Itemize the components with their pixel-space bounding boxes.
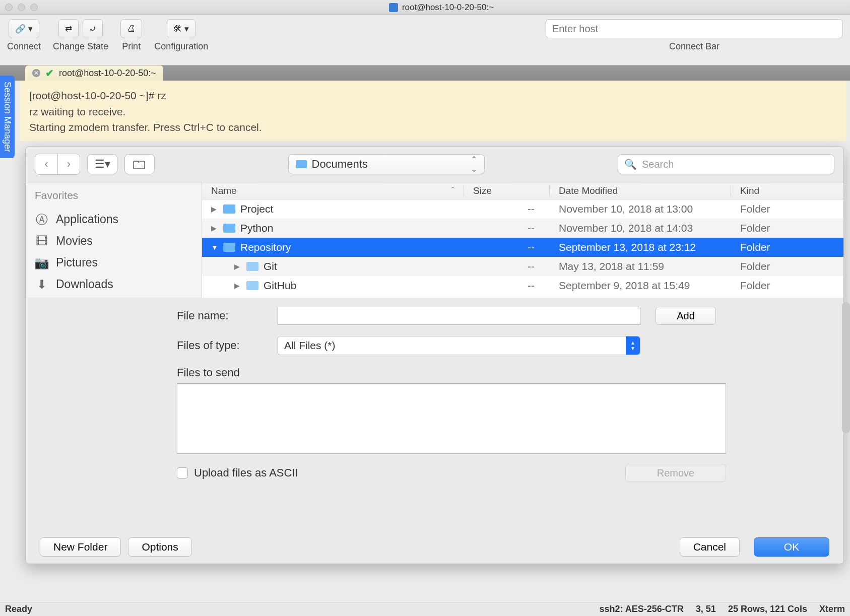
connected-check-icon: ✔ bbox=[45, 67, 54, 79]
terminal-line: Starting zmodem transfer. Press Ctrl+C t… bbox=[29, 119, 837, 135]
file-size: -- bbox=[464, 203, 550, 215]
nav-back-forward: ‹ › bbox=[35, 154, 80, 175]
folder-icon bbox=[246, 281, 258, 290]
search-icon: 🔍 bbox=[624, 158, 637, 170]
tools-icon: 🛠 ▾ bbox=[173, 24, 189, 34]
column-size[interactable]: Size bbox=[464, 185, 550, 196]
connect-button[interactable]: 🔗 ▾ bbox=[9, 19, 39, 38]
file-upload-dialog: ‹ › ☰▾ Documents ⌃⌄ 🔍 Search Favorites Ⓐ… bbox=[25, 146, 844, 564]
file-name: Project bbox=[240, 203, 273, 215]
table-row[interactable]: ▶Python--November 10, 2018 at 14:03Folde… bbox=[202, 219, 843, 238]
folder-icon bbox=[223, 243, 235, 252]
print-button[interactable]: 🖨 bbox=[120, 19, 142, 38]
traffic-close[interactable] bbox=[5, 4, 13, 11]
app-icon bbox=[389, 3, 398, 12]
sidebar-item-movies[interactable]: 🎞 Movies bbox=[35, 230, 202, 252]
file-name-input[interactable] bbox=[278, 307, 640, 325]
status-ssh: ssh2: AES-256-CTR bbox=[599, 604, 683, 614]
file-kind: Folder bbox=[731, 260, 843, 272]
sidebar-item-downloads[interactable]: ⬇ Downloads bbox=[35, 273, 202, 295]
main-toolbar: 🔗 ▾ Connect ⇄ ⤾ Change State 🖨 Print 🛠 ▾… bbox=[0, 15, 850, 65]
folder-icon bbox=[246, 262, 258, 271]
files-of-type-label: Files of type: bbox=[177, 339, 278, 352]
back-button[interactable]: ‹ bbox=[35, 154, 57, 174]
forward-button[interactable]: › bbox=[57, 154, 80, 174]
connect-label: Connect bbox=[7, 41, 41, 52]
status-dimensions: 25 Rows, 121 Cols bbox=[728, 604, 807, 614]
session-manager-tab[interactable]: Session Manager bbox=[0, 76, 15, 158]
session-tab[interactable]: ✕ ✔ root@host-10-0-20-50:~ bbox=[25, 65, 163, 81]
chevron-updown-icon: ▲▼ bbox=[626, 336, 640, 355]
terminal[interactable]: [root@host-10-0-20-50 ~]# rz rz waiting … bbox=[20, 81, 846, 141]
scrollbar[interactable] bbox=[842, 302, 850, 433]
chevron-updown-icon: ⌃⌄ bbox=[471, 155, 477, 174]
chevron-left-icon: ‹ bbox=[44, 158, 48, 171]
path-label: Documents bbox=[312, 158, 368, 171]
sidebar-item-label: Pictures bbox=[56, 256, 98, 269]
new-folder-button[interactable]: New Folder bbox=[40, 537, 121, 557]
column-kind[interactable]: Kind bbox=[731, 185, 843, 196]
column-headers: Nameˆ Size Date Modified Kind bbox=[202, 182, 843, 199]
file-name: Repository bbox=[240, 241, 291, 253]
file-kind: Folder bbox=[731, 280, 843, 292]
view-mode-button[interactable]: ☰▾ bbox=[87, 154, 117, 174]
terminal-line: rz waiting to receive. bbox=[29, 104, 837, 120]
tab-strip: ✕ ✔ root@host-10-0-20-50:~ bbox=[0, 65, 850, 81]
movies-icon: 🎞 bbox=[35, 235, 49, 247]
files-of-type-select[interactable]: All Files (*) ▲▼ bbox=[278, 336, 640, 355]
file-size: -- bbox=[464, 280, 550, 292]
traffic-lights bbox=[5, 4, 38, 11]
ok-button[interactable]: OK bbox=[754, 537, 829, 557]
close-tab-icon[interactable]: ✕ bbox=[32, 69, 40, 77]
file-kind: Folder bbox=[731, 222, 843, 234]
remove-button: Remove bbox=[625, 464, 726, 482]
search-box[interactable]: 🔍 Search bbox=[618, 154, 834, 174]
path-dropdown[interactable]: Documents ⌃⌄ bbox=[288, 154, 485, 174]
print-label: Print bbox=[122, 41, 141, 52]
change-state-label: Change State bbox=[53, 41, 108, 52]
folder-icon bbox=[223, 224, 235, 233]
table-row[interactable]: ▶Git--May 13, 2018 at 11:59Folder bbox=[202, 257, 843, 276]
upload-ascii-checkbox[interactable]: Upload files as ASCII bbox=[177, 466, 298, 480]
file-name-label: File name: bbox=[177, 309, 278, 322]
tab-title: root@host-10-0-20-50:~ bbox=[59, 68, 156, 79]
add-button[interactable]: Add bbox=[656, 307, 716, 325]
form-area: File name: Add Files of type: All Files … bbox=[26, 298, 843, 482]
traffic-zoom[interactable] bbox=[30, 4, 38, 11]
reconnect-button[interactable]: ⇄ bbox=[58, 19, 79, 38]
disclosure-icon[interactable]: ▶ bbox=[234, 262, 241, 270]
new-folder-toolbar-button[interactable] bbox=[124, 154, 155, 174]
file-name: GitHub bbox=[264, 280, 296, 292]
files-of-type-value: All Files (*) bbox=[284, 339, 336, 352]
cancel-button[interactable]: Cancel bbox=[680, 537, 740, 557]
files-to-send-list[interactable] bbox=[177, 383, 726, 454]
applications-icon: Ⓐ bbox=[35, 214, 49, 226]
disconnect-button[interactable]: ⤾ bbox=[83, 19, 103, 38]
traffic-minimize[interactable] bbox=[18, 4, 25, 11]
disclosure-icon[interactable]: ▼ bbox=[211, 243, 218, 251]
search-placeholder: Search bbox=[642, 159, 674, 170]
sidebar-item-applications[interactable]: Ⓐ Applications bbox=[35, 209, 202, 230]
file-date: November 10, 2018 at 14:03 bbox=[550, 222, 731, 234]
disclosure-icon[interactable]: ▶ bbox=[211, 224, 218, 232]
favorites-header: Favorites bbox=[35, 189, 202, 201]
file-size: -- bbox=[464, 241, 550, 253]
dialog-footer: New Folder Options Cancel OK bbox=[26, 537, 843, 557]
configuration-button[interactable]: 🛠 ▾ bbox=[167, 19, 195, 38]
disclosure-icon[interactable]: ▶ bbox=[234, 282, 241, 290]
table-row[interactable]: ▶Project--November 10, 2018 at 13:00Fold… bbox=[202, 199, 843, 219]
file-size: -- bbox=[464, 222, 550, 234]
sidebar-item-pictures[interactable]: 📷 Pictures bbox=[35, 252, 202, 273]
options-button[interactable]: Options bbox=[128, 537, 191, 557]
sort-indicator-icon: ˆ bbox=[451, 185, 454, 196]
table-row[interactable]: ▶GitHub--September 9, 2018 at 15:49Folde… bbox=[202, 276, 843, 295]
chevron-right-icon: › bbox=[67, 158, 71, 171]
file-date: September 13, 2018 at 23:12 bbox=[550, 241, 731, 253]
printer-icon: 🖨 bbox=[127, 24, 136, 34]
status-position: 3, 51 bbox=[696, 604, 716, 614]
column-name[interactable]: Nameˆ bbox=[202, 185, 464, 196]
column-date[interactable]: Date Modified bbox=[550, 185, 731, 196]
disclosure-icon[interactable]: ▶ bbox=[211, 205, 218, 213]
table-row[interactable]: ▼Repository--September 13, 2018 at 23:12… bbox=[202, 238, 843, 257]
host-input[interactable] bbox=[546, 19, 843, 38]
